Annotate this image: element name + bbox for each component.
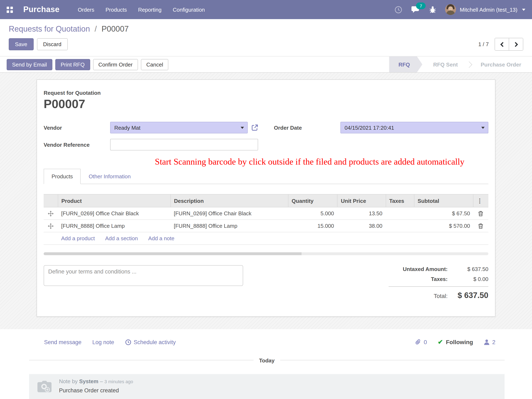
order-date-input[interactable]: [340, 122, 488, 133]
top-navbar: Purchase Orders Products Reporting Confi…: [0, 0, 532, 19]
attachments-button[interactable]: 0: [415, 339, 427, 345]
discard-button[interactable]: Discard: [37, 38, 68, 50]
menu-products[interactable]: Products: [106, 6, 127, 13]
add-a-section-link[interactable]: Add a section: [105, 235, 138, 241]
state-purchase-order[interactable]: Purchase Order: [470, 57, 532, 72]
day-divider-label: Today: [254, 357, 280, 364]
messages-badge: 7: [416, 2, 426, 9]
bug-icon[interactable]: [430, 6, 436, 13]
line-unit-price[interactable]: 38.00: [337, 220, 386, 232]
user-menu[interactable]: Mitchell Admin (test_13): [445, 4, 525, 15]
notebook-tabs: Products Other Information: [44, 169, 488, 184]
line-subtotal: $ 570.00: [414, 220, 473, 232]
delete-line-trash-icon[interactable]: [477, 210, 485, 216]
subtotal-column-header: Subtotal: [414, 194, 473, 207]
add-a-product-link[interactable]: Add a product: [61, 235, 95, 241]
following-label: Following: [446, 339, 473, 345]
message-body: Purchase Order created: [59, 387, 133, 394]
breadcrumb-parent[interactable]: Requests for Quotation: [9, 25, 90, 33]
vendor-input[interactable]: [110, 122, 248, 133]
message-separator: –: [100, 378, 103, 385]
followers-button[interactable]: 2: [484, 339, 495, 345]
line-taxes[interactable]: [386, 220, 414, 232]
add-a-note-link[interactable]: Add a note: [148, 235, 174, 241]
send-message-link[interactable]: Send message: [44, 339, 82, 345]
product-column-header: Product: [58, 194, 171, 207]
taxes-label: Taxes:: [431, 276, 448, 282]
optional-columns-kebab-icon[interactable]: ⋮: [473, 194, 488, 207]
quantity-column-header: Quantity: [288, 194, 337, 207]
odoo-purchase-window: Purchase Orders Products Reporting Confi…: [0, 0, 532, 399]
state-steps: RFQ RFQ Sent Purchase Order: [389, 57, 532, 72]
line-taxes[interactable]: [386, 207, 414, 220]
systray: 7 Mitchell Admin (test_13): [395, 4, 525, 15]
line-quantity[interactable]: 15.000: [288, 220, 337, 232]
confirm-order-button[interactable]: Confirm Order: [93, 59, 138, 70]
line-quantity[interactable]: 5.000: [288, 207, 337, 220]
external-link-icon[interactable]: [252, 124, 258, 131]
breadcrumb-current: P00007: [101, 25, 129, 33]
check-icon: ✔: [438, 338, 443, 346]
order-line-row: [FURN_0269] Office Chair Black [FURN_026…: [44, 207, 488, 220]
pager-next-button[interactable]: [509, 38, 523, 50]
attachments-count: 0: [424, 339, 427, 345]
line-product[interactable]: [FURN_0269] Office Chair Black: [58, 207, 171, 220]
paperclip-icon: [415, 339, 421, 345]
sheet-title: Request for Quotation: [44, 90, 488, 96]
line-description[interactable]: [FURN_8888] Office Lamp: [171, 220, 288, 232]
pager-value: 1 / 7: [478, 41, 489, 47]
vendor-reference-label: Vendor Reference: [44, 141, 110, 148]
line-unit-price[interactable]: 13.50: [337, 207, 386, 220]
drag-handle-icon[interactable]: [47, 223, 54, 229]
breadcrumb-separator: /: [95, 25, 97, 33]
menu-reporting[interactable]: Reporting: [138, 6, 161, 13]
state-rfq-sent[interactable]: RFQ Sent: [422, 57, 469, 72]
log-note-link[interactable]: Log note: [92, 339, 114, 345]
breadcrumb: Requests for Quotation / P00007: [0, 19, 532, 38]
print-rfq-button[interactable]: Print RFQ: [55, 59, 90, 70]
barcode-notice: Start Scanning barcode by click outside …: [44, 157, 488, 167]
user-icon: [484, 339, 490, 345]
tab-other-information[interactable]: Other Information: [81, 169, 139, 184]
total-value: $ 637.50: [456, 291, 488, 300]
schedule-activity-link[interactable]: Schedule activity: [125, 339, 176, 345]
totals-summary: Untaxed Amount: $ 637.50 Taxes: $ 0.00 T…: [389, 266, 488, 304]
activities-clock-icon[interactable]: [395, 6, 403, 13]
followers-count: 2: [492, 339, 495, 345]
clock-icon: [125, 339, 131, 345]
avatar: [445, 4, 456, 15]
pager-previous-button[interactable]: [495, 38, 509, 50]
horizontal-scrollbar[interactable]: [44, 252, 488, 255]
user-name: Mitchell Admin (test_13): [460, 6, 518, 13]
save-button[interactable]: Save: [9, 38, 33, 50]
chevron-left-icon: [500, 42, 504, 47]
camera-plus-icon: [37, 380, 52, 394]
line-product[interactable]: [FURN_8888] Office Lamp: [58, 220, 171, 232]
line-description[interactable]: [FURN_0269] Office Chair Black: [171, 207, 288, 220]
state-rfq[interactable]: RFQ: [389, 57, 423, 72]
app-name[interactable]: Purchase: [23, 5, 59, 14]
apps-grid-icon[interactable]: [7, 6, 13, 13]
menu-orders[interactable]: Orders: [78, 6, 94, 13]
cancel-button[interactable]: Cancel: [141, 59, 169, 70]
order-line-row: [FURN_8888] Office Lamp [FURN_8888] Offi…: [44, 220, 488, 232]
untaxed-amount-label: Untaxed Amount:: [403, 266, 448, 272]
totals-divider: [389, 286, 488, 287]
order-date-label: Order Date: [274, 125, 340, 131]
day-divider: Today: [29, 357, 505, 363]
send-by-email-button[interactable]: Send by Email: [7, 59, 52, 70]
terms-and-conditions-input[interactable]: [44, 265, 243, 286]
menu-configuration[interactable]: Configuration: [173, 6, 205, 13]
schedule-activity-label: Schedule activity: [134, 339, 176, 345]
tab-products[interactable]: Products: [44, 169, 81, 184]
delete-line-trash-icon[interactable]: [477, 223, 485, 229]
drag-handle-icon[interactable]: [47, 210, 54, 216]
vendor-reference-input[interactable]: [110, 139, 258, 151]
untaxed-amount-value: $ 637.50: [456, 266, 488, 272]
message-prefix: Note by: [59, 378, 78, 385]
form-background: Request for Quotation P00007 Vendor: [0, 73, 532, 329]
following-button[interactable]: ✔ Following: [438, 338, 473, 346]
form-statusbar: Send by Email Print RFQ Confirm Order Ca…: [0, 56, 532, 73]
messages-icon[interactable]: 7: [412, 6, 420, 13]
unit-price-column-header: Unit Price: [337, 194, 386, 207]
